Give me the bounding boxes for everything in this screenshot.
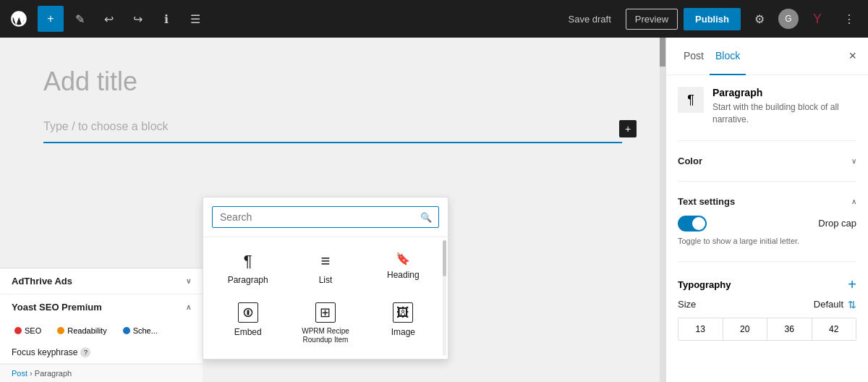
font-size-20[interactable]: 20 <box>723 318 768 340</box>
size-controls-icon[interactable]: ⇅ <box>848 299 856 310</box>
font-size-13[interactable]: 13 <box>678 318 723 340</box>
block-type-name: Paragraph <box>712 87 856 98</box>
breadcrumb-current: Paragraph <box>35 369 72 378</box>
redo-btn[interactable]: ↪ <box>124 6 150 32</box>
text-settings-chevron-icon: ∧ <box>851 198 856 205</box>
avatar-btn[interactable]: G <box>778 9 799 29</box>
right-sidebar: Post Block × ¶ Paragraph Start with the … <box>665 38 868 382</box>
yoast-panel-header[interactable]: Yoast SEO Premium ∧ <box>0 294 203 320</box>
wprm-block-icon: ⊞ <box>315 302 336 323</box>
yoast-icon-btn[interactable]: Y <box>804 6 830 32</box>
readability-dot-icon <box>57 327 64 334</box>
drop-cap-hint: Toggle to show a large initial letter. <box>678 236 856 247</box>
embed-block-icon <box>238 302 258 323</box>
block-picker-popup: 🔍 ¶ Paragraph ≡ List 🔖 Heading <box>203 197 448 360</box>
yoast-tabs: SEO Readability Sche... <box>0 320 203 341</box>
yoast-label: Yoast SEO Premium <box>12 302 102 313</box>
edit-btn[interactable]: ✎ <box>67 6 93 32</box>
adthrive-panel: AdThrive Ads ∨ <box>0 268 203 294</box>
undo-btn[interactable]: ↩ <box>95 6 122 32</box>
yoast-tab-schema[interactable]: Sche... <box>117 324 163 337</box>
block-type-icon: ¶ <box>678 87 704 113</box>
info-btn[interactable]: ℹ <box>153 6 179 32</box>
block-placeholder-text: Type / to choose a block <box>43 114 622 139</box>
yoast-tab-readability[interactable]: Readability <box>51 324 112 337</box>
block-item-paragraph[interactable]: ¶ Paragraph <box>209 243 286 294</box>
size-label: Size <box>678 299 696 310</box>
drop-cap-label: Drop cap <box>818 218 856 229</box>
image-block-icon: 🖼 <box>393 302 413 323</box>
breadcrumb-post-link[interactable]: Post <box>12 369 27 378</box>
schema-tab-label: Sche... <box>133 326 158 335</box>
block-info-text: Paragraph Start with the building block … <box>712 87 856 126</box>
wp-logo[interactable] <box>6 6 32 32</box>
help-icon[interactable]: ? <box>80 347 90 357</box>
text-settings-content: Drop cap Toggle to show a large initial … <box>678 216 856 255</box>
font-size-36[interactable]: 36 <box>767 318 812 340</box>
text-settings-label: Text settings <box>678 196 735 207</box>
list-view-btn[interactable]: ☰ <box>182 6 208 32</box>
picker-scrollbar[interactable] <box>443 240 446 356</box>
divider-1 <box>678 140 856 141</box>
toggle-knob <box>692 217 705 230</box>
size-controls: Default ⇅ <box>814 299 856 310</box>
seo-tab-label: SEO <box>25 326 41 335</box>
paragraph-block[interactable]: Type / to choose a block + <box>43 114 622 143</box>
post-title[interactable]: Add title <box>43 67 622 97</box>
sidebar-tab-block[interactable]: Block <box>710 38 746 75</box>
focus-keyphrase-label: Focus keyphrase <box>12 347 77 357</box>
yoast-arrow-icon: ∧ <box>186 303 191 311</box>
settings-icon-btn[interactable]: ⚙ <box>746 6 773 32</box>
typography-label: Typography <box>678 279 731 290</box>
drop-cap-toggle[interactable] <box>678 216 707 232</box>
save-draft-button[interactable]: Save draft <box>560 9 620 29</box>
sidebar-tab-post[interactable]: Post <box>678 38 710 75</box>
block-type-description: Start with the building block of all nar… <box>712 101 856 126</box>
list-block-icon: ≡ <box>321 252 331 271</box>
editor-content: Add title Type / to choose a block + <box>29 38 637 178</box>
sidebar-header: Post Block × <box>666 38 868 75</box>
picker-scrollthumb[interactable] <box>443 240 446 276</box>
block-item-wprm[interactable]: ⊞ WPRM Recipe Roundup Item <box>286 294 364 353</box>
block-search-input[interactable] <box>212 206 439 228</box>
editor-scrollbar[interactable] <box>660 38 665 382</box>
typography-add-button[interactable]: + <box>848 276 856 293</box>
font-size-row: Size Default ⇅ <box>678 299 856 310</box>
sidebar-close-button[interactable]: × <box>848 48 856 64</box>
adthrive-panel-header[interactable]: AdThrive Ads ∨ <box>0 268 203 294</box>
block-item-embed[interactable]: Embed <box>209 294 286 353</box>
drop-cap-row: Drop cap <box>678 216 856 232</box>
block-search-container: 🔍 <box>203 198 448 237</box>
svg-rect-1 <box>247 310 249 315</box>
yoast-tab-seo[interactable]: SEO <box>9 324 47 337</box>
block-item-heading[interactable]: 🔖 Heading <box>365 243 442 294</box>
heading-block-label: Heading <box>387 270 420 280</box>
search-icon: 🔍 <box>420 212 432 223</box>
block-item-list[interactable]: ≡ List <box>286 243 364 294</box>
paragraph-block-icon: ¶ <box>244 252 252 271</box>
sidebar-content: ¶ Paragraph Start with the building bloc… <box>666 75 868 382</box>
editor-scrollthumb[interactable] <box>660 38 665 67</box>
block-item-image[interactable]: 🖼 Image <box>365 294 442 353</box>
more-options-btn[interactable]: ⋮ <box>836 6 862 32</box>
yoast-panel: Yoast SEO Premium ∧ SEO Readability Sche… <box>0 294 203 364</box>
adthrive-label: AdThrive Ads <box>12 276 72 286</box>
readability-tab-label: Readability <box>67 326 106 335</box>
breadcrumb-separator: › <box>30 369 33 378</box>
color-section-header[interactable]: Color ∨ <box>678 147 856 175</box>
heading-block-icon: 🔖 <box>396 252 410 266</box>
divider-3 <box>678 261 856 262</box>
seo-dot-icon <box>14 327 22 334</box>
add-block-toolbar-btn[interactable]: + <box>38 6 64 32</box>
block-focus-line <box>43 142 622 143</box>
add-block-inline-btn[interactable]: + <box>619 120 637 137</box>
image-block-label: Image <box>391 327 415 337</box>
text-settings-header[interactable]: Text settings ∧ <box>678 187 856 216</box>
font-size-options: 13 20 36 42 <box>678 318 856 341</box>
font-size-42[interactable]: 42 <box>812 318 856 340</box>
publish-button[interactable]: Publish <box>684 8 741 30</box>
divider-2 <box>678 181 856 182</box>
editor-area: Add title Type / to choose a block + 🔍 ¶… <box>0 38 665 382</box>
preview-button[interactable]: Preview <box>626 9 678 30</box>
list-block-label: List <box>319 275 333 285</box>
